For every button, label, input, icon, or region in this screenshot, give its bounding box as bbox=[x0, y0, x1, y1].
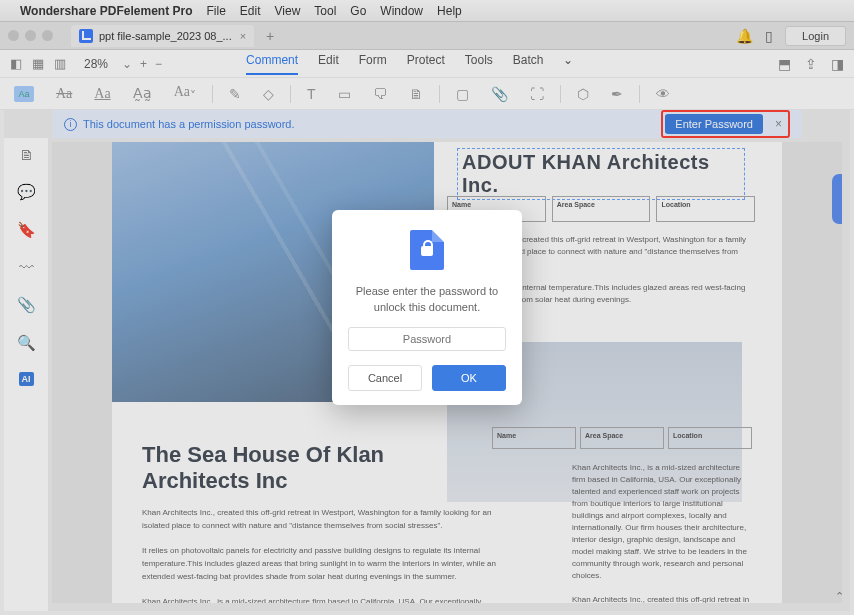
dialog-message: Please enter the password to unlock this… bbox=[348, 284, 506, 315]
password-input[interactable] bbox=[348, 327, 506, 351]
lock-document-icon bbox=[410, 230, 444, 270]
modal-overlay: Please enter the password to unlock this… bbox=[0, 0, 854, 615]
cancel-button[interactable]: Cancel bbox=[348, 365, 422, 391]
ok-button[interactable]: OK bbox=[432, 365, 506, 391]
password-dialog: Please enter the password to unlock this… bbox=[332, 210, 522, 405]
